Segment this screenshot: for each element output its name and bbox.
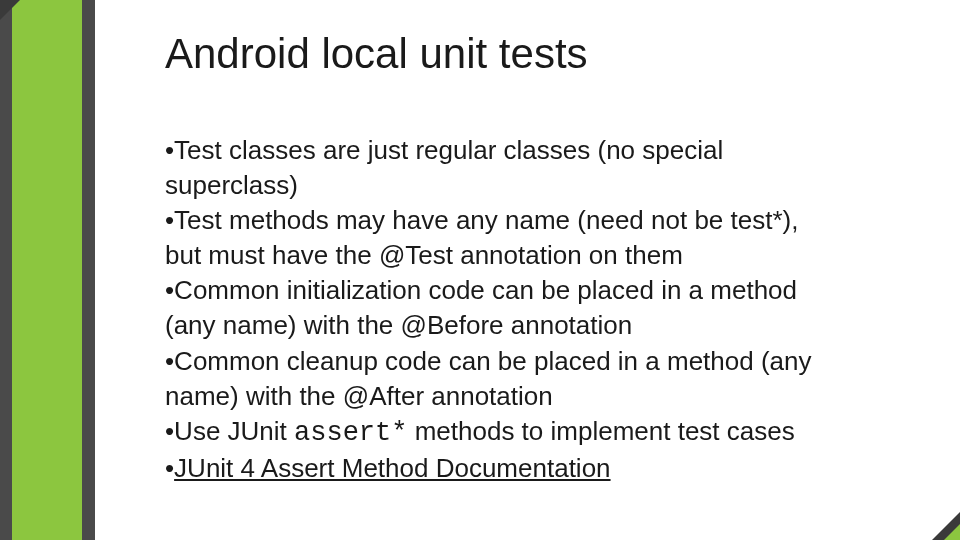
bullet-item: •Use JUnit assert* methods to implement … xyxy=(165,414,835,451)
slide-content: Android local unit tests •Test classes a… xyxy=(165,30,835,486)
slide-title: Android local unit tests xyxy=(165,30,835,78)
bullet-item: •Common cleanup code can be placed in a … xyxy=(165,344,835,414)
bullet-item: •Test methods may have any name (need no… xyxy=(165,203,835,273)
code-inline: assert* xyxy=(294,418,407,448)
corner-top-left xyxy=(0,0,20,20)
bullet-text-pre: •Use JUnit xyxy=(165,416,294,446)
left-bar-green xyxy=(12,0,82,540)
bullet-text-post: methods to implement test cases xyxy=(407,416,794,446)
bullet-item: •Common initialization code can be place… xyxy=(165,273,835,343)
corner-bottom-right-green xyxy=(944,524,960,540)
bullet-mark: • xyxy=(165,453,174,483)
bullet-list: •Test classes are just regular classes (… xyxy=(165,133,835,486)
left-accent-bar xyxy=(0,0,95,540)
link-junit-assert-docs[interactable]: JUnit 4 Assert Method Documentation xyxy=(174,453,610,483)
bullet-item: •JUnit 4 Assert Method Documentation xyxy=(165,451,835,486)
bullet-item: •Test classes are just regular classes (… xyxy=(165,133,835,203)
